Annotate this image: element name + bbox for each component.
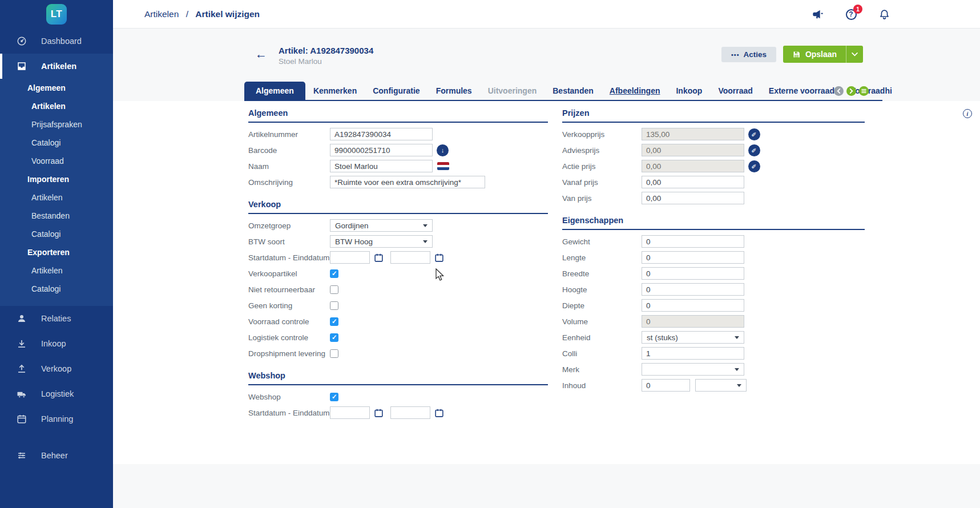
hoogte-input[interactable] [642,283,744,296]
btw-soort-select[interactable]: BTW Hoog [330,235,433,248]
calendar-icon[interactable] [374,408,384,418]
tab-scroll-left-button[interactable] [834,86,844,96]
sidebar-subitem-artikelen[interactable]: Artikelen [0,97,113,115]
field-label: Omzetgroep [248,221,330,230]
verkoop-startdatum-input[interactable] [330,251,370,264]
back-arrow-icon[interactable]: ← [255,47,267,61]
sidebar-subitem-voorraad[interactable]: Voorraad [0,152,113,170]
form-row: Barcode ↓ [248,144,548,156]
field-label: Vanaf prijs [562,178,642,187]
sidebar-item-relaties[interactable]: Relaties [0,306,113,331]
field-label: Actie prijs [562,162,642,171]
megaphone-icon[interactable] [812,8,824,21]
dutch-flag-icon[interactable] [437,162,449,170]
gewicht-input[interactable] [642,235,744,248]
sidebar-subitem-import-artikelen[interactable]: Artikelen [0,188,113,207]
colli-input[interactable] [642,347,744,360]
barcode-download-button[interactable]: ↓ [437,144,449,156]
sidebar-item-artikelen[interactable]: Artikelen [0,54,113,79]
webshop-einddatum-input[interactable] [390,406,430,419]
sidebar-item-inkoop[interactable]: Inkoop [0,331,113,356]
tab-afbeeldingen[interactable]: Afbeeldingen [602,82,668,100]
tab-configuratie[interactable]: Configuratie [365,82,428,100]
tab-formules[interactable]: Formules [428,82,480,100]
form-row: Webshop [248,390,548,403]
lengte-input[interactable] [642,251,744,264]
form-row: Eenheid st (stuks) [562,331,865,344]
sidebar-subitem-export-artikelen[interactable]: Artikelen [0,261,113,280]
dropshipment-levering-checkbox[interactable] [330,349,338,358]
app-logo[interactable]: LT [46,4,67,25]
tab-scroll-right-button[interactable] [846,86,856,96]
omzetgroep-select[interactable]: Gordijnen [330,219,433,232]
calendar-icon[interactable] [374,253,384,263]
edit-adviesprijs-button[interactable]: ✎ [748,144,760,156]
inbox-icon [17,61,27,71]
ellipsis-icon: ••• [731,51,740,58]
field-label: Breedte [562,269,642,278]
breadcrumb: Artikelen / Artikel wijzigen [144,9,260,19]
help-icon[interactable]: ? 1 [845,8,857,21]
save-dropdown-toggle[interactable] [846,46,863,63]
field-label: Volume [562,317,642,326]
logistiek-controle-checkbox[interactable] [330,333,338,342]
info-icon[interactable]: i [963,109,972,118]
vanaf-prijs-input[interactable] [642,176,744,188]
breadcrumb-parent[interactable]: Artikelen [144,9,179,19]
inhoud-input[interactable] [642,379,690,392]
opslaan-button[interactable]: Opslaan [783,46,863,63]
tab-algemeen[interactable]: Algemeen [244,82,305,100]
sidebar-subitem-import-catalogi[interactable]: Catalogi [0,225,113,243]
sidebar-subitem-catalogi[interactable]: Catalogi [0,134,113,152]
naam-input[interactable] [330,160,433,172]
tab-list-button[interactable] [859,86,869,96]
verkoop-einddatum-input[interactable] [390,251,430,264]
calendar-icon[interactable] [434,253,444,263]
eenheid-select[interactable]: st (stuks) [642,331,744,344]
voorraad-controle-checkbox[interactable] [330,317,338,326]
sidebar-item-planning[interactable]: Planning [0,406,113,432]
sidebar-item-beheer[interactable]: Beheer [0,443,113,468]
edit-verkoopprijs-button[interactable]: ✎ [748,128,760,140]
bell-icon[interactable] [878,8,890,21]
breedte-input[interactable] [642,267,744,280]
pencil-icon: ✎ [751,163,758,168]
inhoud-eenheid-select[interactable] [695,379,747,392]
tab-voorraad[interactable]: Voorraad [710,82,760,100]
webshop-startdatum-input[interactable] [330,406,370,419]
tab-inkoop[interactable]: Inkoop [668,82,710,100]
van-prijs-input[interactable] [642,192,744,204]
merk-select[interactable] [642,363,744,376]
sidebar-item-dashboard[interactable]: Dashboard [0,29,113,54]
niet-retourneerbaar-checkbox[interactable] [330,285,338,294]
sidebar-item-verkoop[interactable]: Verkoop [0,356,113,381]
diepte-input[interactable] [642,299,744,312]
pencil-icon: ✎ [751,131,758,136]
sidebar-item-label: Verkoop [41,364,71,373]
geen-korting-checkbox[interactable] [330,301,338,310]
form-row: Verkoopprijs ✎ [562,128,865,140]
calendar-icon[interactable] [434,408,444,418]
tab-externe-voorraad[interactable]: Externe voorraad [761,82,842,100]
omschrijving-input[interactable] [330,176,485,188]
sidebar-subitem-prijsafspraken[interactable]: Prijsafspraken [0,115,113,134]
opslaan-main[interactable]: Opslaan [783,46,846,63]
acties-button[interactable]: ••• Acties [721,47,776,62]
tab-bestanden[interactable]: Bestanden [545,82,602,100]
sidebar-item-logistiek[interactable]: Logistiek [0,381,113,406]
field-label: Dropshipment levering [248,349,330,358]
form-row: Startdatum - Einddatum [248,251,548,264]
sidebar-item-label: Planning [41,414,73,424]
tab-kenmerken[interactable]: Kenmerken [305,82,365,100]
dashboard-icon [17,36,27,46]
logo-area: LT [0,0,113,29]
verkoopartikel-checkbox[interactable] [330,269,338,278]
sidebar-subitem-import-bestanden[interactable]: Bestanden [0,207,113,225]
volume-input [642,315,744,328]
edit-actie-prijs-button[interactable]: ✎ [748,160,760,172]
barcode-input[interactable] [330,144,433,156]
artikelnummer-input[interactable] [330,128,433,140]
adviesprijs-input [642,144,744,156]
webshop-checkbox[interactable] [330,393,338,401]
sidebar-subitem-export-catalogi[interactable]: Catalogi [0,280,113,298]
